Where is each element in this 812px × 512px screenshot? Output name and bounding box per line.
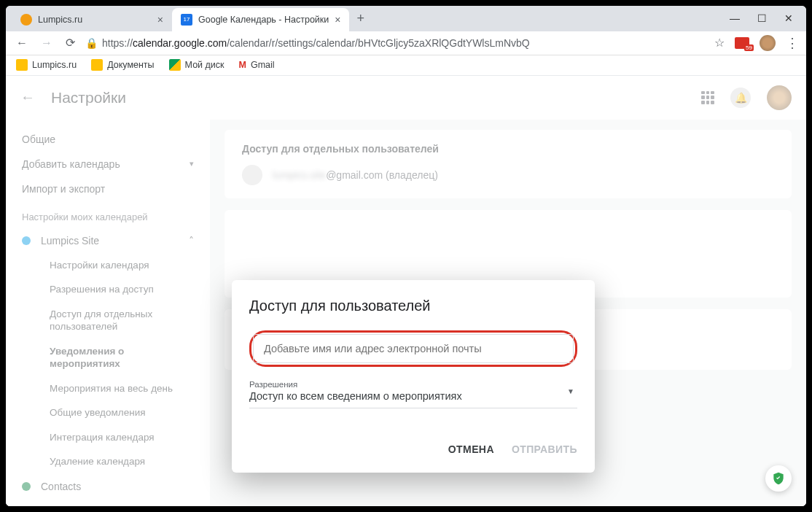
sidebar-item-general[interactable]: Общие [6, 127, 210, 152]
browser-window: Lumpics.ru × 17 Google Календарь - Настр… [6, 6, 806, 506]
bookmark-star-icon[interactable]: ☆ [714, 36, 725, 50]
close-window-button[interactable]: ✕ [784, 12, 793, 24]
send-button: ОТПРАВИТЬ [512, 443, 577, 455]
url-field[interactable]: 🔒 https://calendar.google.com/calendar/r… [85, 37, 707, 49]
tab-title: Lumpics.ru [38, 15, 152, 25]
card-user-access: Доступ для отдельных пользователей lumpi… [225, 130, 792, 198]
sidebar-calendar[interactable]: Contacts [6, 474, 210, 499]
toolbar-extensions: ☆ ⋮ [714, 35, 799, 51]
apps-grid-icon[interactable] [701, 91, 714, 104]
card-title: Доступ для отдельных пользователей [242, 143, 774, 155]
sidebar-sub-item-active[interactable]: Уведомления о мероприятиях [6, 339, 210, 376]
highlight-ring [249, 330, 577, 367]
calendar-color-dot [22, 236, 31, 245]
sidebar-sub-item[interactable]: Интеграция календаря [6, 425, 210, 450]
lock-icon: 🔒 [85, 37, 98, 49]
app-content: ← Настройки 🔔 Общие Добавить календарь▾ … [6, 76, 806, 506]
sidebar-sub-item[interactable]: Общие уведомления [6, 400, 210, 425]
calendar-color-dot [22, 482, 31, 491]
sidebar-sub-item[interactable]: Разрешения на доступ [6, 277, 210, 302]
titlebar: Lumpics.ru × 17 Google Календарь - Настр… [6, 6, 806, 31]
chevron-up-icon: ˄ [189, 235, 194, 247]
sidebar-calendar[interactable]: Lumpics Site ˄ [6, 228, 210, 253]
favicon: 17 [181, 14, 192, 26]
permissions-dropdown[interactable]: Разрешения Доступ ко всем сведениям о ме… [249, 377, 577, 408]
notifications-icon[interactable]: 🔔 [730, 88, 751, 108]
bookmark-item[interactable]: Lumpics.ru [16, 59, 77, 71]
cancel-button[interactable]: ОТМЕНА [448, 443, 494, 455]
browser-tab-active[interactable]: 17 Google Календарь - Настройки × [172, 8, 349, 31]
favicon [20, 14, 32, 26]
url-host: calendar.google.com [133, 37, 227, 49]
sidebar-item-import-export[interactable]: Импорт и экспорт [6, 177, 210, 201]
account-avatar[interactable] [767, 85, 792, 110]
sidebar-sub-item[interactable]: Доступ для отдельных пользователей [6, 302, 210, 339]
settings-sidebar: Общие Добавить календарь▾ Импорт и экспо… [6, 120, 210, 506]
profile-avatar[interactable] [760, 35, 776, 51]
sidebar-item-add-calendar[interactable]: Добавить календарь▾ [6, 152, 210, 177]
sidebar-sub-item[interactable]: Удаление календаря [6, 449, 210, 474]
sidebar-sub-item[interactable]: Мероприятия на весь день [6, 376, 210, 401]
close-icon[interactable]: × [335, 14, 340, 26]
page-title: Настройки [51, 89, 126, 106]
browser-tab[interactable]: Lumpics.ru × [12, 8, 172, 31]
menu-icon[interactable]: ⋮ [786, 35, 799, 51]
gmail-extension-icon[interactable] [735, 37, 749, 49]
share-dialog: Доступ для пользователей Разрешения Дост… [232, 280, 595, 473]
bookmark-item[interactable]: Мой диск [169, 59, 225, 71]
bookmark-item[interactable]: MGmail [239, 60, 275, 70]
dialog-actions: ОТМЕНА ОТПРАВИТЬ [249, 443, 577, 455]
close-icon[interactable]: × [157, 14, 163, 26]
bookmark-item[interactable]: Документы [91, 59, 154, 71]
back-button[interactable]: ← [13, 34, 31, 53]
tab-title: Google Календарь - Настройки [198, 15, 329, 25]
chevron-down-icon: ▼ [567, 387, 574, 395]
sidebar-sub-item[interactable]: Настройки календаря [6, 253, 210, 278]
permissions-label: Разрешения [249, 380, 577, 389]
address-bar: ← → ⟳ 🔒 https://calendar.google.com/cale… [6, 31, 806, 55]
reload-button[interactable]: ⟳ [63, 33, 78, 53]
permissions-value: Доступ ко всем сведениям о мероприятиях [249, 390, 577, 402]
owner-row: lumpics.site@gmail.com (владелец) [242, 165, 774, 185]
avatar-icon [242, 165, 262, 185]
url-path: /calendar/r/settings/calendar/bHVtcGljcy… [227, 37, 529, 49]
email-input[interactable] [264, 343, 563, 354]
dialog-title: Доступ для пользователей [249, 298, 577, 314]
forward-button[interactable]: → [38, 34, 55, 53]
back-arrow-icon[interactable]: ← [20, 89, 35, 106]
app-header: ← Настройки 🔔 [6, 76, 806, 120]
chevron-down-icon: ▾ [190, 159, 194, 168]
maximize-button[interactable]: ☐ [757, 12, 767, 24]
minimize-button[interactable]: — [730, 12, 740, 24]
window-controls: — ☐ ✕ [730, 12, 806, 31]
sidebar-section-header: Настройки моих календарей [6, 201, 210, 228]
url-scheme: https:// [102, 37, 133, 49]
new-tab-button[interactable]: + [349, 11, 372, 26]
shield-badge-icon[interactable] [765, 465, 792, 492]
bookmarks-bar: Lumpics.ru Документы Мой диск MGmail [6, 55, 806, 76]
